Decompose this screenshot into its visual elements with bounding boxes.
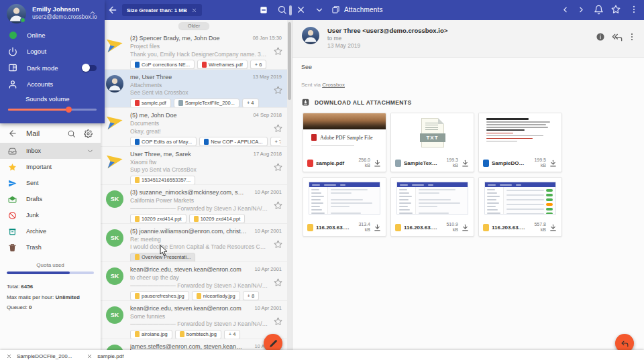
attachment-card[interactable]: 116.203.63.82_5...557.8kB — [478, 177, 562, 237]
download-bar-item[interactable]: sample.pdf — [87, 353, 123, 359]
attachment-chip[interactable]: sample.pdf — [130, 99, 171, 108]
chevron-up-icon[interactable] — [89, 9, 97, 17]
sidebar-item-trash[interactable]: Trash — [0, 239, 101, 255]
star-icon[interactable] — [274, 124, 282, 133]
sidebar-item-archive[interactable]: Archive — [0, 223, 101, 239]
more-attachments-chip[interactable]: + 6 — [250, 60, 267, 69]
more-attachments-chip[interactable]: + 4 — [224, 330, 241, 339]
menu-item-dark-mode[interactable]: Dark mode — [0, 60, 105, 76]
message-more-icon[interactable] — [627, 32, 637, 42]
attachment-card[interactable]: TXTSampleTextFile_20...199.3kB — [390, 113, 474, 172]
attachment-chip[interactable]: 1534512416553357... — [130, 176, 195, 185]
email-row[interactable]: (2) Spencer Brady, me, John DoeProject f… — [101, 31, 287, 70]
account-header[interactable]: Emilly Johnson user2@demo.crossbox.io — [0, 0, 105, 27]
more-attachments-chip[interactable]: + 4 — [242, 99, 259, 108]
sidebar-item-inbox[interactable]: Inbox — [0, 143, 101, 159]
star-icon[interactable] — [274, 317, 282, 326]
close-reading-icon[interactable] — [296, 5, 306, 15]
close-icon[interactable] — [87, 353, 93, 359]
sidebar-item-junk[interactable]: Junk — [0, 207, 101, 223]
initials-avatar[interactable]: SK — [106, 345, 123, 350]
previous-message-icon[interactable] — [561, 5, 570, 14]
select-all-icon[interactable] — [259, 5, 268, 15]
attachment-chip[interactable]: CoP corrections NE... — [130, 60, 195, 69]
attachment-chip[interactable]: 10209 zxd414.ppt — [189, 214, 246, 223]
download-icon[interactable] — [373, 223, 382, 232]
info-icon[interactable] — [596, 32, 605, 42]
email-row[interactable]: SKkean@rice.edu, steven.kean@enron.comSo… — [101, 301, 287, 340]
sidebar-item-drafts[interactable]: Drafts — [0, 191, 101, 207]
attachment-chip[interactable]: pauserefreshes.jpg — [130, 291, 189, 300]
star-icon[interactable] — [274, 47, 282, 56]
slider-knob[interactable] — [66, 107, 72, 113]
menu-item-online[interactable]: Online — [0, 27, 105, 44]
attachment-chip[interactable]: niceartlady.jpg — [192, 291, 240, 300]
star-message-icon[interactable] — [611, 5, 621, 14]
email-row[interactable]: me, User ThreeAttachmentsSee Sent via Cr… — [101, 70, 287, 109]
paper-plane-avatar[interactable] — [106, 36, 123, 54]
attachment-chip[interactable]: Overview Presentati... — [130, 253, 195, 262]
attachment-card[interactable]: 116.203.63.82_5...510.9kB — [390, 177, 474, 237]
dark-mode-toggle[interactable] — [83, 65, 97, 71]
close-icon[interactable] — [6, 353, 12, 359]
sounds-volume-slider[interactable] — [8, 109, 97, 111]
list-search-icon[interactable] — [277, 5, 287, 15]
attachment-chip[interactable]: bombtech.jpg — [175, 330, 221, 339]
photo-avatar[interactable] — [106, 75, 123, 93]
initials-avatar[interactable]: SK — [106, 190, 123, 208]
star-icon[interactable] — [274, 278, 282, 287]
next-message-icon[interactable] — [577, 5, 586, 14]
sidebar-item-important[interactable]: Important — [0, 159, 101, 175]
paper-plane-avatar[interactable] — [106, 152, 123, 170]
scrollbar-thumb[interactable] — [288, 22, 291, 100]
menu-item-accounts[interactable]: Accounts — [0, 76, 105, 93]
sidebar-settings-icon[interactable] — [84, 129, 93, 138]
attachment-chip[interactable]: COP Edits as of May... — [130, 137, 197, 146]
sidebar-search-icon[interactable] — [67, 129, 76, 138]
initials-avatar[interactable]: SK — [106, 267, 123, 285]
star-icon[interactable] — [274, 86, 282, 95]
email-row[interactable]: SKkean@rice.edu, steven.kean@enron.comto… — [101, 262, 287, 301]
download-icon[interactable] — [461, 223, 470, 232]
download-icon[interactable] — [549, 159, 557, 168]
pane-resize-handle[interactable] — [289, 5, 292, 15]
email-row[interactable]: SK(3) suzanne_nimocks@mckinsey.com, susa… — [101, 185, 287, 224]
sidebar-back-icon[interactable] — [8, 129, 17, 138]
attachment-chip[interactable]: SampleTextFile_200... — [174, 99, 239, 108]
star-icon[interactable] — [274, 240, 282, 249]
attachment-card[interactable]: 116.203.63.82_5...313.4kB — [303, 177, 386, 237]
attachment-chip[interactable]: airolane.jpg — [130, 330, 172, 339]
menu-item-logout[interactable]: Logout — [0, 44, 105, 60]
sidebar-item-sent[interactable]: Sent — [0, 175, 101, 191]
email-row[interactable]: (5) me, John DoeDocumentsOkay, great!COP… — [101, 108, 287, 147]
attachment-chip[interactable]: 10209 zxd414.ppt — [130, 214, 186, 223]
download-icon[interactable] — [373, 159, 382, 168]
attachment-card[interactable]: Adobe PDF Sample Filesample.pdf256.0kB — [303, 113, 386, 172]
download-icon[interactable] — [549, 223, 557, 232]
notifications-icon[interactable] — [594, 5, 604, 15]
more-options-icon[interactable] — [629, 5, 639, 14]
initials-avatar[interactable]: SK — [106, 229, 123, 247]
more-attachments-chip[interactable]: + 7 — [270, 137, 280, 146]
star-icon[interactable] — [274, 163, 282, 172]
email-row[interactable]: User Three, me, SarekXiaomi ftwSup yo Se… — [101, 147, 287, 186]
download-bar-item[interactable]: SampleDOCFile_200... — [6, 353, 72, 359]
email-row[interactable]: SK(5) joannie.williamson@enron.com, chri… — [101, 224, 287, 263]
crossbox-link[interactable]: Crossbox — [322, 82, 345, 88]
reply-all-icon[interactable] — [612, 32, 623, 43]
collapse-icon[interactable] — [315, 5, 324, 15]
attachment-card[interactable]: SampleDOCFile_...199.5kB — [478, 113, 562, 172]
toggle-knob[interactable] — [82, 64, 90, 72]
more-attachments-chip[interactable]: + 8 — [243, 291, 260, 300]
initials-avatar[interactable]: SK — [106, 306, 123, 324]
paper-plane-avatar[interactable] — [106, 113, 123, 131]
filter-chip[interactable]: Size Greater than: 1 MB — [122, 4, 202, 16]
attachment-chip[interactable]: Wireframes.pdf — [197, 60, 248, 69]
email-row[interactable]: SKjames.steffes@enron.com, steven.kean@e… — [101, 339, 287, 350]
download-icon[interactable] — [461, 159, 470, 168]
star-icon[interactable] — [274, 201, 282, 210]
popout-icon[interactable] — [331, 5, 340, 14]
filter-chip-close-icon[interactable] — [191, 7, 197, 13]
chevron-down-icon[interactable] — [87, 147, 94, 155]
list-scrollbar[interactable] — [287, 20, 292, 350]
